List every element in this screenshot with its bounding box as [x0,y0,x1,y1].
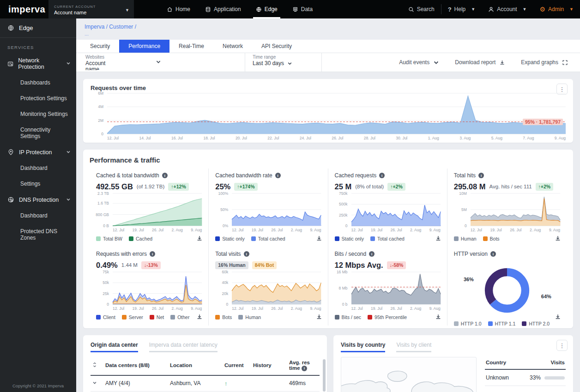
copyright-text: Copyright © 2021 Imperva [0,383,76,388]
sidebar-item-ip-dashboard[interactable]: Dashboard [0,160,76,176]
account-menu[interactable]: Account ▼ [482,0,533,18]
sidebar-item-protected-dns-zones[interactable]: Protected DNS Zones [0,223,76,246]
requests-over-time-chart: 02M4M6M95% · 1,781,79712. Jul14. Jul16. … [91,93,566,140]
legend-swatch [150,315,154,320]
info-icon[interactable]: i [490,251,496,257]
sidebar-group-dns-protection[interactable]: DNS Protection [0,192,76,208]
info-icon[interactable]: i [275,173,281,178]
legend-item: Human [454,236,477,241]
home-icon [167,6,173,12]
current-account-selector[interactable]: CURRENT ACCOUNT Account name ▼ [48,0,134,18]
x-tick-label: 9. Aug [429,228,441,232]
y-tick-label: 40k [222,280,229,285]
info-icon[interactable]: i [478,173,484,178]
trend-badge: ↑+12% [168,183,188,191]
tab-performance[interactable]: Performance [119,40,169,53]
network-protection-icon [7,60,13,67]
section-title: Performance & traffic [90,156,567,164]
table-scrollbar[interactable] [323,359,326,392]
help-menu[interactable]: ? Help ▼ [441,0,482,18]
y-tick-label: 250k [339,213,347,217]
info-icon[interactable]: i [302,366,307,371]
breadcrumb-path[interactable]: Imperva / Customer / [85,24,572,30]
country-row: Unknown 33% [485,370,566,386]
x-tick-label: 2. Aug [530,228,541,232]
nav-item-data[interactable]: Data [285,0,320,18]
tab-imperva-data-center-latency[interactable]: Imperva data center latency [149,342,218,352]
data-icon [292,6,298,12]
chevron-down-icon: ▼ [125,8,129,12]
tab-visits-by-country[interactable]: Visits by country [341,342,385,352]
chevron-down-icon: ▼ [523,7,527,12]
admin-menu[interactable]: ⚙ Admin ▼ [533,0,580,18]
sidebar-item-dns-dashboard[interactable]: Dashboard [0,208,76,223]
audit-events-dropdown[interactable]: Audit events [399,59,439,66]
tab-real-time[interactable]: Real-Time [169,40,213,53]
x-tick-label: 26. Jul [510,228,521,232]
y-tick-label: 800 GB [96,212,109,217]
tab-origin-data-center[interactable]: Origin data center [91,342,138,352]
edge-icon [256,6,262,12]
sidebar-item-dashboards[interactable]: Dashboards [0,75,76,90]
x-tick-label: 12. Jul [232,228,243,232]
metric-sub: (8% of total) [355,184,384,189]
legend-item: Bots [215,314,232,320]
download-chart-button[interactable] [435,314,441,322]
search-button[interactable]: Search [402,0,441,18]
info-icon[interactable]: i [162,173,168,178]
time-range-filter[interactable]: Time range Last 30 days [245,54,321,70]
status-up-icon: ↑ [224,380,228,387]
legend-swatch [335,315,339,320]
tab-api-security[interactable]: API Security [252,40,301,53]
expand-all-icon[interactable] [92,362,97,368]
legend-swatch [129,236,133,241]
sidebar-item-edge[interactable]: Edge [0,18,76,38]
nav-item-edge[interactable]: Edge [248,0,285,18]
sidebar-group-ip-protection[interactable]: IP Protection [0,144,76,160]
chart-legend: Bits / sec95th Percentile [335,314,441,320]
sidebar-section-services: SERVICES [0,38,76,53]
sidebar-item-ip-settings[interactable]: Settings [0,176,76,192]
tab-security[interactable]: Security [81,40,119,53]
download-chart-button[interactable] [555,235,561,243]
y-tick-label: 5M [461,207,467,212]
chevron-down-icon [433,60,439,66]
nav-item-home[interactable]: Home [159,0,198,18]
panel-menu-button[interactable]: ⋮ [556,340,568,351]
sidebar-item-monitoring-settings[interactable]: Monitoring Settings [0,106,76,122]
edge-globe-icon [7,24,14,31]
download-report-button[interactable]: Download report [455,59,505,66]
download-chart-button[interactable] [196,314,203,322]
chevron-down-icon [66,60,71,67]
x-tick-label: 26. Jul [391,306,402,311]
total-hits-chart: 05M10M12. Jul19. Jul26. Jul2. Aug9. Aug [454,193,560,232]
chevron-down-icon[interactable] [156,58,161,66]
legend-item: HTTP 1.1 [488,321,516,326]
nav-item-application[interactable]: Application [198,0,248,18]
download-chart-button[interactable] [316,314,322,322]
table-row[interactable]: AMY (4/4) Ashburn, VA ↑ 469ms [91,375,320,392]
download-chart-button[interactable] [555,314,561,322]
info-icon[interactable]: i [369,251,375,257]
chart-legend: Static onlyTotal cached [215,236,321,241]
info-icon[interactable]: i [150,251,155,257]
info-icon[interactable]: i [379,173,385,178]
tab-network[interactable]: Network [213,40,252,53]
metric-value: 295.08 M [454,182,486,191]
trend-badge: ↑+2% [387,183,405,191]
download-chart-button[interactable] [435,235,441,243]
info-icon[interactable]: i [244,251,249,257]
websites-filter[interactable]: Websites Account name [85,54,245,70]
download-chart-button[interactable] [196,235,203,243]
metric-value: 492.55 GB [96,182,133,191]
sidebar-item-protection-settings[interactable]: Protection Settings [0,90,76,106]
sidebar-group-network-protection[interactable]: Network Protection [0,53,76,75]
chevron-down-icon: ▼ [471,7,475,12]
legend-item: Net [150,314,164,320]
expand-graphs-button[interactable]: Expand graphs [521,59,568,66]
y-tick-label: 50k [103,280,109,285]
chevron-down-icon[interactable] [92,380,97,386]
sidebar-item-connectivity-settings[interactable]: Connectivity Settings [0,122,76,144]
tab-visits-by-client[interactable]: Visits by client [396,342,431,352]
download-chart-button[interactable] [316,235,322,243]
